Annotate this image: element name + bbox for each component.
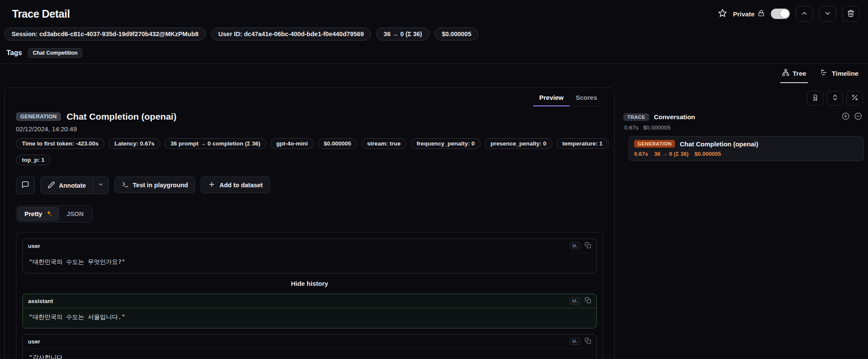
tags-label: Tags xyxy=(6,49,22,57)
add-to-dataset-button[interactable]: Add to dataset xyxy=(201,176,270,193)
message-user-2: user M↓ "감사합니다 " xyxy=(22,334,597,359)
metric-pill: top_p: 1 xyxy=(16,155,51,165)
format-tabs: Pretty JSON xyxy=(16,205,92,223)
markdown-toggle-button[interactable]: M↓ xyxy=(570,338,580,345)
trace-cost: $0.000005 xyxy=(643,124,671,131)
message-content: "감사합니다 " xyxy=(23,349,596,359)
message-tools: M↓ xyxy=(570,242,591,250)
markdown-icon: M↓ xyxy=(572,243,578,248)
metric-pill: Latency: 0.67s xyxy=(108,138,160,149)
toggle-knob xyxy=(780,9,789,18)
favorite-button[interactable] xyxy=(718,9,727,19)
message-tools: M↓ xyxy=(570,297,591,305)
message-role: assistant xyxy=(28,298,53,304)
generation-cost: $0.000005 xyxy=(695,151,721,157)
sparkles-icon xyxy=(46,210,52,218)
session-badge[interactable]: Session: cd3abcd6-c81c-4037-935d-19d9f27… xyxy=(4,28,206,40)
tab-pretty[interactable]: Pretty xyxy=(18,207,59,221)
tab-pretty-label: Pretty xyxy=(25,210,42,217)
observation-card: Preview Scores GENERATION Chat Completio… xyxy=(4,87,615,359)
privacy-text: Private xyxy=(733,10,755,18)
private-toggle[interactable] xyxy=(771,9,790,19)
delete-button[interactable] xyxy=(842,6,859,22)
cost-badge: $0.000005 xyxy=(435,28,479,40)
chevron-up-icon xyxy=(801,9,808,19)
expand-all-button[interactable] xyxy=(842,112,850,121)
metrics-pills-row: Time to first token: -423.00s Latency: 0… xyxy=(16,138,603,149)
metric-pill: stream: true xyxy=(361,138,407,149)
generation-tokens: 36 → 0 (Σ 36) xyxy=(654,151,689,157)
metric-pill: 36 prompt → 0 completion (Σ 36) xyxy=(164,138,266,149)
tree-toolbar xyxy=(622,91,864,111)
annotate-button[interactable]: Annotate xyxy=(41,177,93,194)
tab-json[interactable]: JSON xyxy=(60,207,91,221)
annotate-dropdown-button[interactable] xyxy=(93,177,108,194)
copy-button[interactable] xyxy=(585,297,591,305)
copy-icon xyxy=(585,337,591,345)
comment-button[interactable] xyxy=(16,176,35,194)
observation-timestamp: 02/12/2024, 14:20:49 xyxy=(16,125,603,133)
generation-latency: 0.67s xyxy=(634,151,648,157)
observation-header: GENERATION Chat Completion (openai) xyxy=(16,111,603,122)
message-content: "대한민국의 수도는 무엇인가요?" xyxy=(23,253,596,273)
metrics-pills-row-2: top_p: 1 xyxy=(16,155,603,165)
expand-collapse-button[interactable] xyxy=(827,91,843,105)
trace-metrics: 0.67s $0.000005 xyxy=(622,123,864,135)
message-content: "대한민국의 수도는 서울입니다." xyxy=(23,308,596,328)
annotate-split-button: Annotate xyxy=(40,176,109,194)
message-header: user M↓ xyxy=(23,239,596,253)
circle-plus-icon xyxy=(842,112,850,121)
generation-node-title: Chat Completion (openai) xyxy=(680,140,758,148)
playground-button[interactable]: Test in playground xyxy=(114,176,196,193)
tab-tree[interactable]: Tree xyxy=(780,65,808,83)
message-user-1: user M↓ "대한민국의 수도는 무엇인가요?" xyxy=(22,238,597,273)
generation-node-header: GENERATION Chat Completion (openai) xyxy=(634,140,858,148)
observation-title: Chat Completion (openai) xyxy=(67,111,177,122)
metrics-toggle-button[interactable] xyxy=(847,91,863,105)
trace-type-badge: TRACE xyxy=(623,113,649,121)
privacy-label: Private xyxy=(733,9,765,18)
previous-observation-button[interactable] xyxy=(796,6,813,22)
tab-preview[interactable]: Preview xyxy=(533,90,570,106)
generation-type-badge: GENERATION xyxy=(634,140,675,148)
hide-history-button[interactable]: Hide history xyxy=(22,279,597,288)
tab-tree-label: Tree xyxy=(793,70,807,77)
tab-timeline[interactable]: Timeline xyxy=(819,65,860,83)
markdown-toggle-button[interactable]: M↓ xyxy=(570,242,580,249)
user-id-badge[interactable]: User ID: dc47a41e-06bc-400d-bde1-f0e440d… xyxy=(211,28,371,40)
metric-pill: frequency_penalty: 0 xyxy=(411,138,481,149)
page-title: Trace Detail xyxy=(12,8,70,20)
chevron-down-icon xyxy=(824,9,831,19)
collapse-all-button[interactable] xyxy=(854,112,862,121)
scores-toggle-button[interactable] xyxy=(807,91,823,105)
next-observation-button[interactable] xyxy=(819,6,836,22)
message-assistant: assistant M↓ "대한민국의 수도는 서울입니다." xyxy=(22,294,597,328)
circle-minus-icon xyxy=(854,112,862,121)
actions-row: Annotate Test in playground Add to d xyxy=(16,176,603,194)
trace-node[interactable]: TRACE Conversation xyxy=(622,111,864,123)
copy-button[interactable] xyxy=(585,337,591,345)
message-role: user xyxy=(28,338,40,345)
copy-icon xyxy=(585,297,591,305)
metric-pill: gpt-4o-mini xyxy=(270,138,314,149)
message-tools: M↓ xyxy=(570,337,591,345)
markdown-toggle-button[interactable]: M↓ xyxy=(570,297,580,304)
trace-title: Conversation xyxy=(654,113,695,121)
add-to-dataset-label: Add to dataset xyxy=(219,182,263,189)
markdown-icon: M↓ xyxy=(572,298,578,303)
token-usage-badge: 36 → 0 (Σ 36) xyxy=(376,28,429,40)
generation-node[interactable]: GENERATION Chat Completion (openai) 0.67… xyxy=(629,136,864,161)
preview-tabs: Preview Scores xyxy=(16,88,603,106)
annotate-label: Annotate xyxy=(59,182,86,189)
caret-down-icon xyxy=(98,181,104,189)
tag-chip[interactable]: Chat Competition xyxy=(28,48,82,58)
tab-scores[interactable]: Scores xyxy=(570,90,603,106)
tree-icon xyxy=(782,69,789,78)
metric-pill: temperature: 1 xyxy=(556,138,609,149)
message-square-icon xyxy=(21,181,29,190)
copy-button[interactable] xyxy=(585,242,591,250)
generation-node-metrics: 0.67s 36 → 0 (Σ 36) $0.000005 xyxy=(634,151,858,157)
content-area: Preview Scores GENERATION Chat Completio… xyxy=(0,83,868,359)
metric-pill: $0.000005 xyxy=(318,138,357,149)
messages-container: user M↓ "대한민국의 수도는 무엇인가요?" Hide history xyxy=(16,232,603,359)
